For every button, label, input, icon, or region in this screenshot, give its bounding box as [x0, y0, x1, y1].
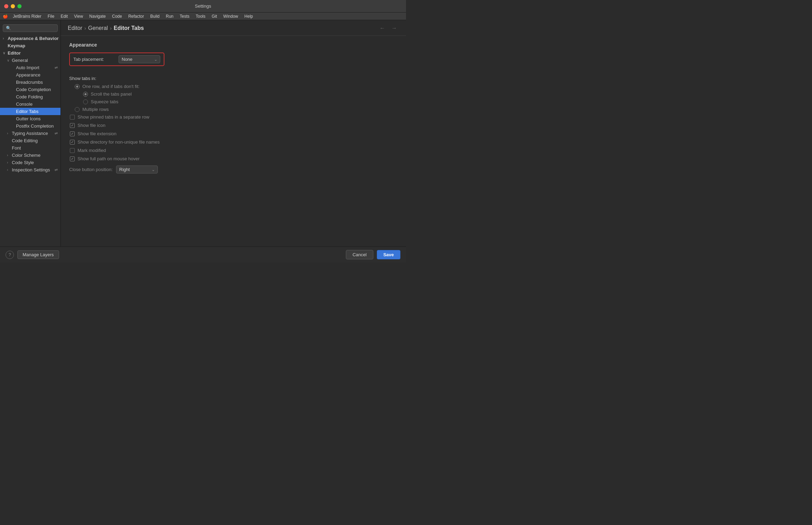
- sidebar-item-editor[interactable]: ∨ Editor: [0, 49, 60, 57]
- sidebar-item-general[interactable]: ∨ General: [0, 57, 60, 64]
- sidebar-item-color-scheme[interactable]: › Color Scheme: [0, 152, 60, 159]
- checkbox-directory-label: Show directory for non-unique file names: [78, 139, 160, 145]
- menubar-app[interactable]: JetBrains Rider: [10, 13, 44, 19]
- sidebar-item-code-style[interactable]: › Code Style: [0, 159, 60, 166]
- cancel-button[interactable]: Cancel: [346, 250, 373, 259]
- sidebar-item-auto-import[interactable]: Auto Import ⇌: [0, 64, 60, 71]
- menubar-refactor[interactable]: Refactor: [125, 13, 147, 19]
- sidebar-item-inspection-settings[interactable]: › Inspection Settings ⇌: [0, 166, 60, 173]
- arrow-icon: ›: [7, 131, 12, 135]
- bottom-left: ? Manage Layers: [6, 250, 59, 259]
- tab-placement-select-wrapper: None Top Bottom Left Right: [119, 55, 160, 63]
- sidebar-item-label: Code Style: [12, 160, 58, 165]
- menubar-tests[interactable]: Tests: [177, 13, 192, 19]
- menubar-navigate[interactable]: Navigate: [87, 13, 108, 19]
- zoom-dot[interactable]: [17, 4, 22, 8]
- menubar-code[interactable]: Code: [109, 13, 125, 19]
- pin-icon: ⇌: [55, 65, 58, 70]
- menubar-build[interactable]: Build: [147, 13, 162, 19]
- breadcrumb: Editor › General › Editor Tabs: [68, 25, 144, 31]
- manage-layers-button[interactable]: Manage Layers: [17, 250, 59, 259]
- menubar: 🍎 JetBrains Rider File Edit View Navigat…: [0, 13, 406, 20]
- sidebar-item-code-editing[interactable]: Code Editing: [0, 137, 60, 144]
- bottom-bar: ? Manage Layers Cancel Save: [0, 247, 406, 262]
- checkbox-file-extension-label: Show file extension: [78, 131, 116, 136]
- checkbox-directory[interactable]: Show directory for non-unique file names: [69, 139, 398, 145]
- sidebar-item-label: General: [12, 58, 58, 63]
- sidebar-item-appearance[interactable]: Appearance: [0, 71, 60, 79]
- checkbox-mark-modified[interactable]: Mark modified: [69, 148, 398, 153]
- radio-squeeze[interactable]: Squeeze tabs: [72, 99, 398, 104]
- sidebar: 🔍 › Appearance & Behavior Keymap ∨ Edito…: [0, 20, 61, 247]
- sidebar-item-font[interactable]: Font: [0, 144, 60, 152]
- checkbox-pinned-tabs-label: Show pinned tabs in a separate row: [78, 114, 149, 120]
- arrow-icon: ∨: [7, 58, 12, 62]
- sidebar-item-breadcrumbs[interactable]: Breadcrumbs: [0, 79, 60, 86]
- tab-placement-select[interactable]: None Top Bottom Left Right: [119, 55, 160, 63]
- sidebar-item-label: Postfix Completion: [16, 123, 58, 129]
- arrow-icon: ›: [7, 161, 12, 164]
- close-dot[interactable]: [4, 4, 8, 8]
- checkbox-pinned-tabs-box: [70, 115, 75, 120]
- window-controls: [4, 4, 22, 8]
- sidebar-item-typing-assistance[interactable]: › Typing Assistance ⇌: [0, 130, 60, 137]
- menubar-view[interactable]: View: [71, 13, 86, 19]
- sidebar-item-label: Appearance: [16, 72, 58, 78]
- checkbox-file-icon[interactable]: Show file icon: [69, 123, 398, 128]
- checkbox-full-path-box: [70, 156, 75, 161]
- sidebar-item-gutter-icons[interactable]: Gutter Icons: [0, 115, 60, 122]
- sidebar-item-console[interactable]: Console: [0, 100, 60, 108]
- bottom-right: Cancel Save: [346, 250, 400, 259]
- sidebar-item-appearance-behavior[interactable]: › Appearance & Behavior: [0, 35, 60, 42]
- menubar-edit[interactable]: Edit: [58, 13, 71, 19]
- menubar-help[interactable]: Help: [242, 13, 256, 19]
- settings-content: Appearance Tab placement: None Top Botto…: [61, 36, 406, 247]
- sidebar-item-editor-tabs[interactable]: Editor Tabs: [0, 108, 60, 115]
- sidebar-item-keymap[interactable]: Keymap: [0, 42, 60, 49]
- sidebar-item-label: Editor Tabs: [16, 109, 58, 114]
- nav-arrows: ← →: [377, 24, 399, 32]
- breadcrumb-sep-2: ›: [110, 25, 112, 31]
- checkbox-group: Show pinned tabs in a separate row Show …: [69, 114, 398, 161]
- sidebar-item-label: Code Completion: [16, 87, 58, 92]
- checkbox-pinned-tabs[interactable]: Show pinned tabs in a separate row: [69, 114, 398, 120]
- minimize-dot[interactable]: [11, 4, 15, 8]
- checkbox-file-icon-label: Show file icon: [78, 123, 105, 128]
- save-button[interactable]: Save: [377, 250, 400, 259]
- radio-one-row[interactable]: One row, and if tabs don't fit:: [72, 84, 398, 89]
- radio-label-squeeze: Squeeze tabs: [91, 99, 119, 104]
- menubar-window[interactable]: Window: [220, 13, 241, 19]
- sidebar-item-label: Code Folding: [16, 94, 58, 99]
- window-title: Settings: [195, 3, 211, 9]
- checkbox-full-path-label: Show full path on mouse hover: [78, 156, 140, 161]
- menubar-git[interactable]: Git: [209, 13, 220, 19]
- radio-circle-one-row: [75, 84, 80, 89]
- search-input[interactable]: [13, 26, 55, 31]
- checkbox-full-path[interactable]: Show full path on mouse hover: [69, 156, 398, 161]
- radio-multiple-rows[interactable]: Multiple rows: [72, 107, 398, 112]
- sidebar-item-postfix-completion[interactable]: Postfix Completion: [0, 122, 60, 130]
- forward-button[interactable]: →: [389, 24, 399, 32]
- help-button[interactable]: ?: [6, 251, 14, 259]
- sidebar-item-code-folding[interactable]: Code Folding: [0, 93, 60, 100]
- radio-circle-multiple-rows: [75, 107, 80, 112]
- search-box[interactable]: 🔍: [3, 24, 58, 32]
- menubar-file[interactable]: File: [45, 13, 57, 19]
- sidebar-item-code-completion[interactable]: Code Completion: [0, 86, 60, 93]
- sidebar-item-label: Auto Import: [16, 65, 53, 70]
- menubar-run[interactable]: Run: [163, 13, 176, 19]
- menubar-tools[interactable]: Tools: [193, 13, 208, 19]
- checkbox-file-extension[interactable]: Show file extension: [69, 131, 398, 136]
- radio-scroll[interactable]: Scroll the tabs panel: [72, 91, 398, 97]
- arrow-icon: ›: [7, 153, 12, 157]
- back-button[interactable]: ←: [377, 24, 387, 32]
- arrow-icon: ›: [3, 37, 8, 40]
- sidebar-item-label: Font: [12, 145, 58, 151]
- close-btn-position-select[interactable]: Right Left Hidden: [116, 165, 158, 173]
- checkbox-mark-modified-label: Mark modified: [78, 148, 106, 153]
- section-appearance-title: Appearance: [69, 42, 398, 48]
- app-logo: 🍎: [3, 14, 8, 19]
- pin-icon: ⇌: [55, 168, 58, 172]
- sidebar-item-label: Breadcrumbs: [16, 80, 58, 85]
- close-btn-position-label: Close button position:: [69, 167, 113, 172]
